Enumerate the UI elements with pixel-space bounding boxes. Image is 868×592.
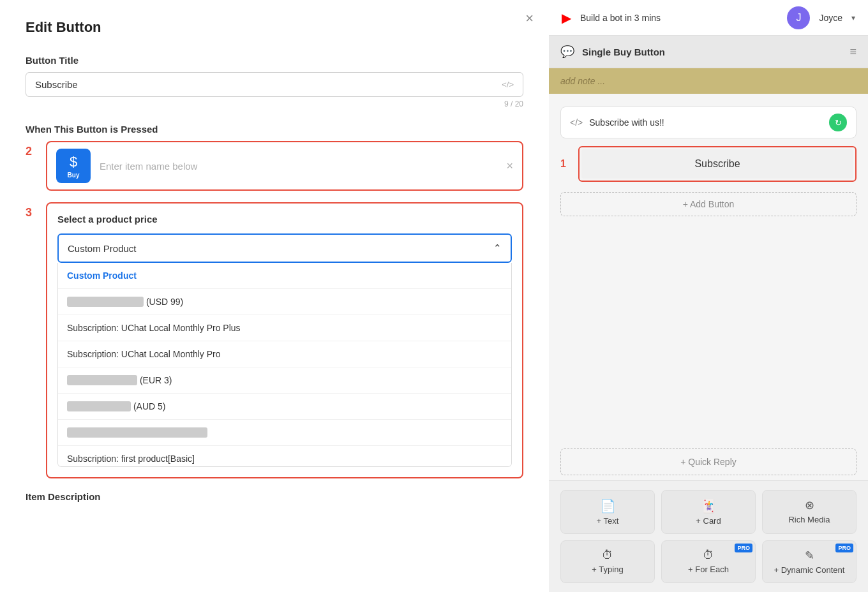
card-icon: 🃏 <box>701 498 717 514</box>
modal-title: Edit Button <box>26 19 523 36</box>
user-dropdown-arrow-icon[interactable]: ▾ <box>851 13 855 22</box>
dropdown-item-first-product[interactable]: Subscription: first product[Basic] <box>58 446 511 467</box>
code-icon[interactable]: </> <box>502 80 514 89</box>
buy-label: Buy <box>68 172 80 179</box>
edit-button-modal: Edit Button × Button Title </> 9 / 20 Wh… <box>0 0 549 592</box>
note-placeholder: add note ... <box>560 76 605 86</box>
chat-header: 💬 Single Buy Button ≡ <box>549 36 868 68</box>
add-button[interactable]: + Add Button <box>560 192 857 216</box>
blurred-name-2 <box>67 375 137 385</box>
step-2-row: 2 $ Buy Enter item name below × <box>26 141 523 191</box>
subscribe-text-bubble: </> Subscribe with us!! ↻ <box>560 107 857 138</box>
usd99-suffix: (USD 99) <box>146 297 183 307</box>
rich-media-icon: ⊗ <box>805 498 814 512</box>
aud5-suffix: (AUD 5) <box>133 401 166 411</box>
chat-area: 💬 Single Buy Button ≡ add note ... </> S… <box>549 36 868 592</box>
subscribe-button-wrapper: Subscribe <box>578 146 857 182</box>
subscribe-text: Subscribe with us!! <box>589 117 823 128</box>
dynamic-content-pro-badge: PRO <box>835 544 853 552</box>
toolbar-text-button[interactable]: 📄 + Text <box>560 490 655 534</box>
button-title-label: Button Title <box>26 55 523 66</box>
toolbar-rich-media-button[interactable]: ⊗ Rich Media <box>762 490 857 534</box>
dropdown-item-blurred-long[interactable] <box>58 420 511 446</box>
product-dropdown[interactable]: Custom Product ⌃ <box>57 233 512 263</box>
dynamic-content-icon: ✎ <box>805 549 814 563</box>
dropdown-item-custom-product[interactable]: Custom Product <box>58 263 511 289</box>
text-label: + Text <box>597 516 619 526</box>
text-icon: 📄 <box>600 498 616 514</box>
when-pressed-label: When This Button is Pressed <box>26 124 523 135</box>
typing-label: + Typing <box>592 565 623 574</box>
bottom-toolbar: 📄 + Text 🃏 + Card ⊗ Rich Media ⏱ + Typin… <box>549 480 868 592</box>
youtube-icon: ▶ <box>562 10 571 26</box>
product-section: Select a product price Custom Product ⌃ … <box>46 202 523 478</box>
dropdown-item-label: Subscription: UChat Local Monthly Pro <box>67 349 220 359</box>
rich-media-label: Rich Media <box>788 515 830 524</box>
char-count: 9 / 20 <box>26 100 523 108</box>
close-button[interactable]: × <box>525 11 534 26</box>
step-3-row: 3 Select a product price Custom Product … <box>26 202 523 478</box>
avatar: J <box>787 6 810 29</box>
dropdown-list: Custom Product (USD 99) Subscription: UC… <box>57 263 512 467</box>
toolbar-card-button[interactable]: 🃏 + Card <box>661 490 756 534</box>
dropdown-item-label: Custom Product <box>67 270 137 281</box>
refresh-icon: ↻ <box>835 118 842 128</box>
dropdown-item-label: Subscription: UChat Local Monthly Pro Pl… <box>67 323 241 333</box>
typing-icon: ⏱ <box>602 549 613 562</box>
card-label: + Card <box>696 516 721 526</box>
toolbar-dynamic-content-button[interactable]: PRO ✎ + Dynamic Content <box>762 540 857 583</box>
chat-title: Single Buy Button <box>582 47 842 57</box>
quick-reply-button[interactable]: + Quick Reply <box>560 448 857 475</box>
subscribe-button[interactable]: Subscribe <box>581 149 853 179</box>
eur3-suffix: (EUR 3) <box>140 375 172 385</box>
dynamic-content-label: + Dynamic Content <box>774 565 845 575</box>
chat-messages: </> Subscribe with us!! ↻ 1 Subscribe + … <box>549 94 868 443</box>
add-button-area: + Add Button <box>560 192 857 216</box>
dropdown-item-eur3[interactable]: (EUR 3) <box>58 367 511 394</box>
badge-1: 1 <box>560 158 573 170</box>
dropdown-item-label: Subscription: first product[Basic] <box>67 454 195 464</box>
note-area: add note ... <box>549 68 868 94</box>
buy-action-box: $ Buy Enter item name below × <box>46 141 523 191</box>
buy-icon-box: $ Buy <box>56 149 91 183</box>
buy-placeholder-text: Enter item name below <box>100 161 497 172</box>
code-bubble-icon: </> <box>570 117 583 128</box>
dropdown-selected-value: Custom Product <box>68 243 137 254</box>
chevron-up-icon: ⌃ <box>493 242 502 254</box>
step-2-number: 2 <box>26 145 38 158</box>
button-title-input[interactable] <box>35 79 502 90</box>
refresh-button[interactable]: ↻ <box>829 114 847 131</box>
dropdown-item-monthly-pro-plus[interactable]: Subscription: UChat Local Monthly Pro Pl… <box>58 315 511 341</box>
user-name: Joyce <box>819 13 842 23</box>
more-options-icon[interactable]: ≡ <box>849 45 857 59</box>
button-title-input-wrapper: </> <box>26 72 523 97</box>
blurred-name-4 <box>67 427 207 438</box>
blurred-name-3 <box>67 401 131 411</box>
subscribe-button-row: 1 Subscribe <box>560 146 857 184</box>
step-3-number: 3 <box>26 206 38 219</box>
buy-clear-button[interactable]: × <box>506 159 513 173</box>
for-each-pro-badge: PRO <box>735 544 752 552</box>
right-panel: ▶ Build a bot in 3 mins J Joyce ▾ 💬 Sing… <box>549 0 868 592</box>
dropdown-item-monthly-pro[interactable]: Subscription: UChat Local Monthly Pro <box>58 341 511 367</box>
quick-reply-area: + Quick Reply <box>549 443 868 480</box>
toolbar-for-each-button[interactable]: PRO ⏱ + For Each <box>661 540 756 583</box>
top-nav: ▶ Build a bot in 3 mins J Joyce ▾ <box>549 0 868 36</box>
dropdown-item-aud5[interactable]: (AUD 5) <box>58 394 511 420</box>
dollar-sign-icon: $ <box>70 154 77 170</box>
build-bot-text: Build a bot in 3 mins <box>580 13 661 23</box>
item-description-label: Item Description <box>26 491 523 502</box>
for-each-label: + For Each <box>688 565 729 574</box>
avatar-letter: J <box>796 12 801 24</box>
for-each-icon: ⏱ <box>703 549 714 562</box>
toolbar-typing-button[interactable]: ⏱ + Typing <box>560 540 655 583</box>
blurred-name-1 <box>67 297 144 307</box>
dropdown-item-usd99[interactable]: (USD 99) <box>58 289 511 315</box>
chat-icon: 💬 <box>560 45 574 59</box>
product-section-title: Select a product price <box>57 214 512 225</box>
